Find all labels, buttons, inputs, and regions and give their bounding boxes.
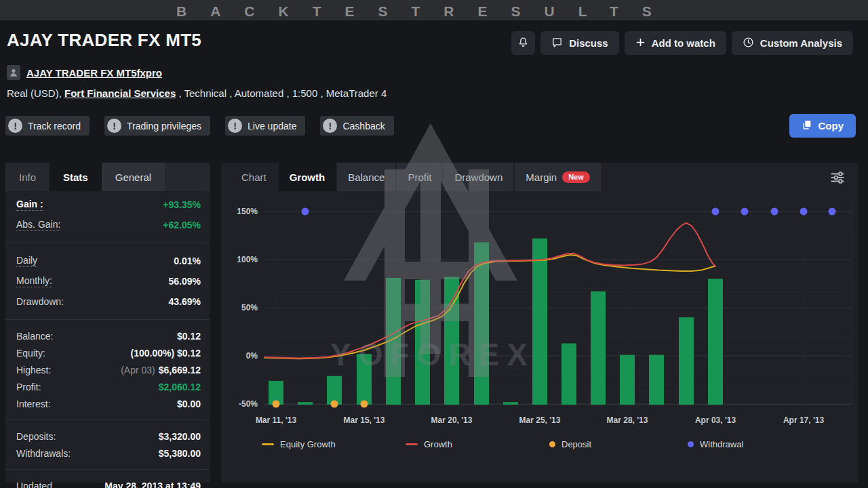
plus-icon [635, 37, 646, 49]
stat-row: Abs. Gain:+62.05% [5, 215, 210, 235]
stat-value: $5,380.00 [159, 448, 201, 459]
chart-tab-drawdown[interactable]: Drawdown [443, 163, 513, 191]
stat-label: Interest: [16, 399, 51, 409]
discuss-label: Discuss [569, 37, 608, 49]
badge-trading-privileges[interactable]: !Trading privileges [104, 116, 210, 136]
account-info-suffix: , Technical , Automated , 1:500 , MetaTr… [176, 87, 387, 99]
legend-label: Deposit [561, 439, 591, 449]
withdrawal-dot[interactable] [712, 208, 719, 216]
badge-live-update[interactable]: !Live update [225, 116, 305, 136]
badge-label: Track record [28, 121, 81, 131]
badge-cashback[interactable]: !Cashback [320, 116, 393, 136]
exclamation-icon: ! [107, 119, 121, 133]
growth-bar[interactable] [357, 354, 372, 405]
tab-stats[interactable]: Stats [50, 163, 102, 191]
chart-tab-balance[interactable]: Balance [337, 163, 395, 191]
legend-withdrawal[interactable]: Withdrawal [688, 439, 743, 449]
withdrawal-dot[interactable] [741, 208, 749, 216]
deposit-dot[interactable] [331, 401, 338, 408]
stat-row: Withdrawals:$5,380.00 [5, 445, 210, 462]
chart-legend: Equity GrowthGrowthDepositWithdrawal [221, 439, 859, 453]
legend-equity-growth[interactable]: Equity Growth [262, 439, 336, 449]
deposit-dot[interactable] [361, 401, 368, 408]
stat-label: Gain : [16, 199, 43, 211]
tab-general[interactable]: General [102, 163, 165, 191]
stat-label: Drawdown: [16, 296, 64, 307]
growth-bar[interactable] [561, 344, 576, 405]
badge-label: Cashback [342, 121, 384, 131]
chart-tabs: ChartGrowthBalanceProfitDrawdownMarginNe… [221, 163, 859, 191]
broker-link[interactable]: Fort Financial Services [64, 87, 176, 99]
user-profile-link[interactable]: AJAY TRADER FX MT5fxpro [26, 67, 162, 79]
legend-swatch [549, 441, 555, 447]
chart-tab-growth[interactable]: Growth [279, 163, 336, 191]
withdrawal-dot[interactable] [302, 208, 309, 216]
stat-label: Withdrawals: [16, 448, 71, 459]
badge-track-record[interactable]: !Track record [5, 116, 90, 136]
growth-bar[interactable] [503, 402, 518, 405]
chart-tab-profit[interactable]: Profit [397, 163, 442, 191]
add-to-watch-label: Add to watch [652, 37, 715, 49]
x-tick-label: Apr 03, '13 [695, 415, 736, 425]
stat-row: UpdatedMay 28, 2013 at 13:49 [5, 477, 210, 488]
stat-value: +93.35% [163, 199, 201, 210]
chart-tab-margin[interactable]: MarginNew [515, 163, 600, 191]
stat-value: $2,060.12 [159, 382, 201, 392]
divider [5, 319, 210, 320]
growth-bar[interactable] [298, 402, 313, 405]
chart-tab-label: Drawdown [454, 171, 502, 183]
account-info-prefix: Real (USD), [7, 87, 64, 99]
tab-info[interactable]: Info [5, 163, 50, 191]
growth-bar[interactable] [620, 355, 635, 405]
divider [5, 420, 210, 420]
chart-tab-chart[interactable]: Chart [231, 163, 277, 191]
copy-button[interactable]: Copy [789, 114, 856, 138]
stat-label: Monthly: [16, 275, 52, 287]
growth-bar[interactable] [679, 317, 694, 405]
withdrawal-dot[interactable] [800, 208, 808, 216]
growth-bar[interactable] [708, 279, 723, 405]
add-to-watch-button[interactable]: Add to watch [625, 31, 726, 55]
chart-settings-icon[interactable] [829, 169, 846, 186]
stats-group: Daily0.01%Monthly:56.09%Drawdown:43.69% [5, 247, 210, 315]
custom-analysis-button[interactable]: Custom Analysis [732, 31, 853, 55]
stats-group: Deposits:$3,320.00Withdrawals:$5,380.00 [5, 424, 210, 465]
withdrawal-dot[interactable] [771, 208, 778, 216]
verification-badges: !Track record!Trading privileges!Live up… [5, 116, 394, 136]
growth-bar[interactable] [532, 239, 547, 405]
chart-panel: 150%100%50%0%-50%Mar 11, '13Mar 15, '13M… [221, 163, 859, 483]
legend-swatch [262, 443, 274, 445]
stat-label: Equity: [16, 348, 45, 359]
withdrawal-dot[interactable] [829, 208, 836, 216]
growth-bar[interactable] [415, 280, 430, 405]
stat-label: Daily [16, 255, 37, 267]
stat-row: Monthly:56.09% [5, 271, 210, 291]
notifications-button[interactable] [511, 31, 535, 55]
x-tick-label: Mar 20, '13 [431, 415, 473, 425]
stat-value: 56.09% [169, 276, 201, 287]
legend-growth[interactable]: Growth [406, 439, 452, 449]
y-tick-label: 100% [237, 255, 258, 264]
stat-value-prefix: (Apr 03) [121, 365, 155, 375]
stat-value: (100.00%) $0.12 [130, 348, 201, 359]
stat-value: 43.69% [169, 296, 201, 307]
y-tick-label: 150% [237, 207, 258, 216]
stat-row: Highest:(Apr 03)$6,669.12 [5, 361, 210, 378]
stats-body: Gain :+93.35%Abs. Gain:+62.05%Daily0.01%… [5, 191, 210, 488]
growth-bar[interactable] [591, 291, 606, 405]
avatar [7, 65, 20, 80]
y-tick-label: 50% [241, 303, 258, 312]
x-tick-label: Apr 17, '13 [783, 415, 825, 425]
stats-group: Gain :+93.35%Abs. Gain:+62.05% [5, 191, 210, 239]
stat-row: Balance:$0.12 [5, 327, 210, 344]
x-tick-label: Mar 28, '13 [607, 415, 648, 425]
x-tick-label: Mar 15, '13 [344, 415, 385, 425]
discuss-button[interactable]: Discuss [540, 31, 619, 55]
badge-label: Trading privileges [127, 121, 201, 131]
top-banner-text: BACKTESTRESULTS [176, 3, 675, 20]
legend-deposit[interactable]: Deposit [549, 439, 591, 449]
growth-chart: 150%100%50%0%-50%Mar 11, '13Mar 15, '13M… [221, 163, 859, 483]
deposit-dot[interactable] [273, 401, 280, 408]
stat-row: Gain :+93.35% [5, 195, 210, 215]
growth-bar[interactable] [649, 355, 664, 405]
